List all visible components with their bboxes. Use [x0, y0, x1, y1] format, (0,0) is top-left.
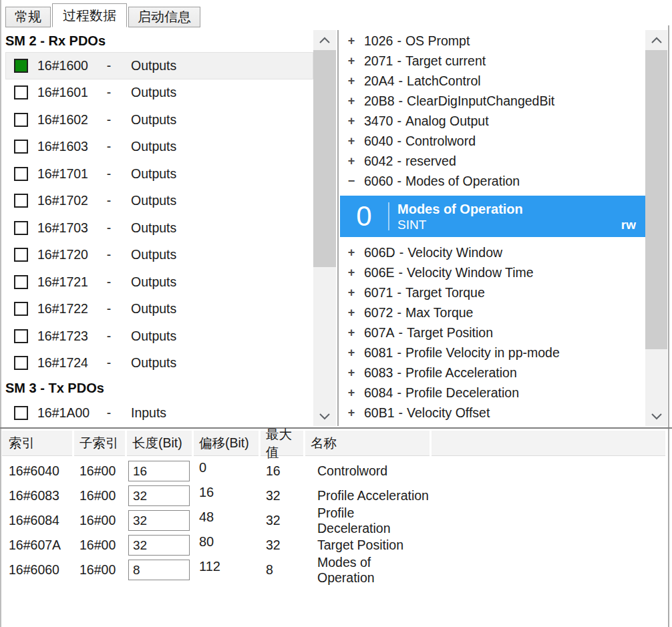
expand-icon[interactable]: + [346, 154, 357, 168]
object-tree-item[interactable]: + 6083 - Profile Acceleration [340, 363, 645, 383]
mapping-table-row[interactable]: 16#6084 16#00 48 32 Profile Deceleration [2, 508, 665, 533]
pdo-checkbox[interactable] [14, 85, 28, 99]
cell-offset: 0 [194, 459, 259, 483]
expand-icon[interactable]: + [346, 246, 357, 260]
pdo-list-item[interactable]: 16#1701 - Outputs [5, 160, 313, 188]
tab-bar: 常规 过程数据 启动信息 [5, 3, 202, 27]
pdo-checkbox[interactable] [14, 275, 28, 289]
expand-icon[interactable]: + [346, 306, 357, 320]
expand-icon[interactable]: + [346, 366, 357, 380]
scroll-down-button[interactable] [645, 406, 667, 426]
object-tree-item[interactable]: + 20A4 - LatchControl [340, 71, 645, 91]
object-separator: - [399, 405, 403, 421]
scrollbar-thumb[interactable] [645, 50, 667, 349]
pdo-list-item[interactable]: 16#1A00 - Inputs [5, 399, 313, 426]
object-tree-item[interactable]: + 3470 - Analog Output [340, 111, 645, 131]
pdo-name: Outputs [131, 247, 176, 262]
cell-subindex: 16#00 [74, 533, 125, 558]
cell-name: Profile Acceleration [305, 483, 430, 508]
pdo-list-item[interactable]: 16#1720 - Outputs [5, 242, 313, 269]
object-tree-item[interactable]: + 6072 - Max Torque [340, 302, 645, 323]
object-tree-item[interactable]: + 606D - Velocity Window [340, 242, 645, 262]
pdo-list-item[interactable]: 16#1600 - Outputs [5, 52, 313, 79]
scroll-up-button[interactable] [313, 30, 336, 50]
object-tree-item[interactable]: + 607A - Target Position [340, 323, 645, 343]
object-name: Velocity Window [407, 245, 502, 260]
pdo-checkbox[interactable] [14, 59, 28, 73]
mapping-table-row[interactable]: 16#607A 16#00 80 32 Target Position [2, 533, 665, 558]
pdo-list-item[interactable]: 16#1724 - Outputs [5, 350, 313, 377]
pdo-checkbox[interactable] [14, 406, 28, 420]
expand-icon[interactable]: + [346, 54, 357, 68]
object-name: Modes of Operation [405, 174, 520, 189]
tab-process-data[interactable]: 过程数据 [52, 3, 127, 27]
pdo-list-item[interactable]: 16#1722 - Outputs [5, 296, 313, 323]
object-tree-item[interactable]: + 1026 - OS Prompt [340, 31, 645, 51]
pdo-checkbox[interactable] [14, 167, 28, 181]
pdo-index: 16#1601 [37, 85, 96, 100]
object-name: ClearDigInputChangedBit [407, 93, 554, 109]
pdo-list-item[interactable]: 16#1603 - Outputs [5, 134, 313, 161]
pdo-list-item[interactable]: 16#1602 - Outputs [5, 106, 313, 134]
pdo-checkbox[interactable] [14, 248, 28, 262]
length-input[interactable] [128, 560, 190, 580]
expand-icon[interactable]: + [346, 266, 357, 280]
pdo-list-item[interactable]: 16#1703 - Outputs [5, 214, 313, 242]
pdo-index: 16#1600 [37, 58, 96, 73]
length-input[interactable] [128, 510, 190, 531]
pdo-checkbox[interactable] [14, 302, 28, 316]
pdo-separator: - [106, 301, 112, 317]
expand-icon[interactable]: + [346, 114, 357, 128]
expand-icon[interactable]: + [346, 74, 357, 88]
expand-icon[interactable]: + [346, 386, 357, 400]
tab-startup-info[interactable]: 启动信息 [128, 7, 200, 27]
object-name: Analog Output [405, 114, 489, 129]
object-tree-item[interactable]: − 6060 - Modes of Operation [340, 171, 645, 191]
mapping-table-row[interactable]: 16#6060 16#00 112 8 Modes of Operation [2, 558, 665, 582]
pdo-checkbox[interactable] [14, 356, 28, 370]
object-tree-item[interactable]: + 2071 - Target current [340, 51, 645, 71]
pdo-checkbox[interactable] [14, 140, 28, 154]
tab-general[interactable]: 常规 [5, 7, 51, 27]
scroll-up-button[interactable] [645, 30, 667, 50]
pdo-list-item[interactable]: 16#1721 - Outputs [5, 268, 313, 296]
pdo-list-scrollbar[interactable] [313, 30, 336, 426]
object-separator: - [397, 53, 401, 69]
object-tree-item[interactable]: + 6071 - Target Torque [340, 282, 645, 302]
object-tree-item[interactable]: + 60B1 - Velocity Offset [340, 403, 645, 423]
pdo-list-item[interactable]: 16#1601 - Outputs [5, 79, 313, 107]
expand-icon[interactable]: + [346, 346, 357, 360]
expand-icon[interactable]: + [346, 286, 357, 300]
object-tree-item[interactable]: + 6081 - Profile Velocity in pp-mode [340, 343, 645, 363]
scroll-down-button[interactable] [313, 406, 336, 426]
tree-scrollbar[interactable] [645, 30, 667, 426]
object-tree-item[interactable]: + 606E - Velocity Window Time [340, 262, 645, 282]
mapping-table-row[interactable]: 16#6083 16#00 16 32 Profile Acceleration [2, 483, 665, 508]
object-tree-item[interactable]: + 6040 - Controlword [340, 131, 645, 151]
pdo-list-item[interactable]: 16#1723 - Outputs [5, 323, 313, 350]
expand-icon[interactable]: + [346, 134, 357, 148]
pdo-list-item[interactable]: 16#1702 - Outputs [5, 188, 313, 215]
length-input[interactable] [128, 485, 190, 506]
header-max: 最大值 [261, 431, 303, 456]
length-input[interactable] [128, 461, 190, 481]
expand-icon[interactable]: + [346, 406, 357, 420]
selected-subobject-card[interactable]: 0 Modes of Operation SINT rw [340, 196, 645, 237]
pdo-checkbox[interactable] [14, 194, 28, 208]
expand-icon[interactable]: − [346, 174, 357, 188]
object-tree-item[interactable]: + 20B8 - ClearDigInputChangedBit [340, 91, 645, 111]
cell-subindex: 16#00 [74, 483, 125, 508]
scrollbar-thumb[interactable] [313, 50, 336, 267]
object-tree-item[interactable]: + 6042 - reserved [340, 151, 645, 171]
object-tree-item[interactable]: + 6084 - Profile Deceleration [340, 383, 645, 403]
object-separator: - [397, 174, 401, 189]
pdo-checkbox[interactable] [14, 221, 28, 235]
pdo-checkbox[interactable] [14, 113, 28, 127]
mapping-table-row[interactable]: 16#6040 16#00 0 16 Controlword [2, 459, 665, 483]
cell-extra [432, 508, 665, 533]
expand-icon[interactable]: + [346, 326, 357, 340]
pdo-checkbox[interactable] [14, 329, 28, 343]
length-input[interactable] [128, 535, 190, 556]
expand-icon[interactable]: + [346, 34, 357, 48]
expand-icon[interactable]: + [346, 94, 357, 108]
